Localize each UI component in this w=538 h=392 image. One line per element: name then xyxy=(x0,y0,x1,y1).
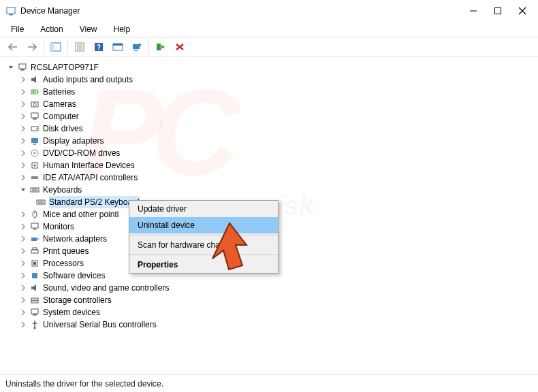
menu-file[interactable]: File xyxy=(4,23,31,35)
tree-root[interactable]: RCSLAPTOP971F xyxy=(7,61,531,74)
chevron-right-icon[interactable] xyxy=(19,284,27,292)
context-properties[interactable]: Properties xyxy=(129,257,278,273)
tree-node[interactable]: Universal Serial Bus controllers xyxy=(7,318,531,331)
svg-rect-55 xyxy=(32,273,37,278)
tree-node[interactable]: System devices xyxy=(7,306,531,318)
chevron-right-icon[interactable] xyxy=(19,88,27,96)
tree-node[interactable]: Display adapters xyxy=(7,135,531,147)
tree-node-label: Sound, video and game controllers xyxy=(43,282,169,294)
device-tree[interactable]: RCSLAPTOP971F Audio inputs and outputsBa… xyxy=(0,57,538,366)
menu-help[interactable]: Help xyxy=(107,23,138,35)
tree-leaf-label: Standard PS/2 Keyboard xyxy=(49,196,140,208)
tree-node-label: Cameras xyxy=(43,98,76,110)
minimize-button[interactable] xyxy=(467,5,479,17)
chevron-right-icon[interactable] xyxy=(19,308,27,316)
tree-node[interactable]: Computer xyxy=(7,110,531,122)
keyboard-icon xyxy=(35,197,46,208)
svg-rect-28 xyxy=(31,113,38,118)
tree-node-label: Monitors xyxy=(43,220,74,233)
toolbar-separator xyxy=(148,39,149,54)
device-category-icon xyxy=(29,184,40,195)
tree-node-label: Disk drives xyxy=(43,122,83,135)
enable-button[interactable] xyxy=(152,39,170,55)
chevron-right-icon[interactable] xyxy=(19,259,27,267)
chevron-right-icon[interactable] xyxy=(19,210,27,218)
device-category-icon xyxy=(29,319,40,330)
chevron-right-icon[interactable] xyxy=(19,100,27,108)
tree-node[interactable]: Batteries xyxy=(7,86,531,98)
view-button[interactable] xyxy=(109,39,127,55)
chevron-right-icon[interactable] xyxy=(19,174,27,182)
menu-view[interactable]: View xyxy=(73,23,104,35)
tree-node[interactable]: Disk drives xyxy=(7,122,531,135)
context-update-driver[interactable]: Update driver xyxy=(129,201,278,217)
device-category-icon xyxy=(29,172,40,183)
forward-button[interactable] xyxy=(23,39,41,55)
tree-node[interactable]: IDE ATA/ATAPI controllers xyxy=(7,172,531,184)
app-icon xyxy=(5,5,16,16)
uninstall-button[interactable] xyxy=(171,39,189,55)
chevron-right-icon[interactable] xyxy=(19,223,27,231)
chevron-right-icon[interactable] xyxy=(19,161,27,169)
svg-rect-0 xyxy=(7,7,15,14)
tree-node[interactable]: Human Interface Devices xyxy=(7,159,531,172)
svg-rect-52 xyxy=(33,248,37,250)
svg-rect-33 xyxy=(33,144,36,145)
context-scan-hardware[interactable]: Scan for hardware chan xyxy=(129,237,278,253)
scan-button[interactable] xyxy=(128,39,146,55)
close-button[interactable] xyxy=(516,5,528,17)
svg-point-60 xyxy=(34,327,36,329)
tree-node[interactable]: Storage controllers xyxy=(7,294,531,306)
tree-node[interactable]: Audio inputs and outputs xyxy=(7,74,531,86)
svg-rect-57 xyxy=(31,301,38,303)
chevron-right-icon[interactable] xyxy=(19,137,27,145)
help-button[interactable]: ? xyxy=(90,39,108,55)
svg-point-27 xyxy=(33,103,36,106)
maximize-button[interactable] xyxy=(492,5,504,17)
tree-node[interactable]: DVD/CD-ROM drives xyxy=(7,147,531,159)
tree-node-label: Mice and other pointi xyxy=(43,208,118,220)
menu-action[interactable]: Action xyxy=(33,23,69,35)
window-title: Device Manager xyxy=(20,6,467,16)
device-category-icon xyxy=(29,74,40,85)
chevron-right-icon[interactable] xyxy=(19,112,27,120)
chevron-down-icon[interactable] xyxy=(19,186,27,194)
show-hide-tree-button[interactable] xyxy=(47,39,65,55)
device-category-icon xyxy=(29,221,40,232)
svg-rect-54 xyxy=(33,262,36,265)
toolbar-separator xyxy=(44,39,44,54)
device-category-icon xyxy=(29,123,40,134)
svg-rect-51 xyxy=(31,250,38,253)
tree-node-label: Universal Serial Bus controllers xyxy=(43,318,157,331)
tree-node[interactable]: Sound, video and game controllers xyxy=(7,282,531,294)
svg-rect-18 xyxy=(157,44,161,50)
svg-rect-48 xyxy=(33,229,36,230)
tree-node-label: Keyboards xyxy=(43,184,82,196)
chevron-right-icon[interactable] xyxy=(19,247,27,255)
chevron-right-icon[interactable] xyxy=(19,235,27,243)
svg-rect-38 xyxy=(31,176,38,179)
tree-node-label: Network adapters xyxy=(43,233,107,245)
svg-rect-47 xyxy=(31,223,38,228)
chevron-right-icon[interactable] xyxy=(19,296,27,304)
chevron-right-icon[interactable] xyxy=(19,321,27,329)
chevron-right-icon[interactable] xyxy=(19,272,27,280)
svg-point-35 xyxy=(34,152,36,154)
toolbar-separator xyxy=(67,39,68,54)
svg-rect-21 xyxy=(19,64,26,69)
tree-node-label: Display adapters xyxy=(43,135,104,147)
properties-button[interactable] xyxy=(71,39,89,55)
chevron-right-icon[interactable] xyxy=(19,125,27,133)
chevron-right-icon[interactable] xyxy=(19,149,27,157)
svg-rect-56 xyxy=(31,298,38,300)
svg-point-37 xyxy=(34,165,36,167)
status-bar: Uninstalls the driver for the selected d… xyxy=(0,374,538,392)
back-button[interactable] xyxy=(4,39,22,55)
tree-node[interactable]: Keyboards xyxy=(7,184,531,196)
tree-node[interactable]: Cameras xyxy=(7,98,531,110)
context-uninstall-device[interactable]: Uninstall device xyxy=(129,217,278,233)
svg-rect-7 xyxy=(51,43,54,51)
chevron-right-icon[interactable] xyxy=(19,76,27,84)
device-category-icon xyxy=(29,99,40,110)
chevron-down-icon[interactable] xyxy=(7,63,15,71)
